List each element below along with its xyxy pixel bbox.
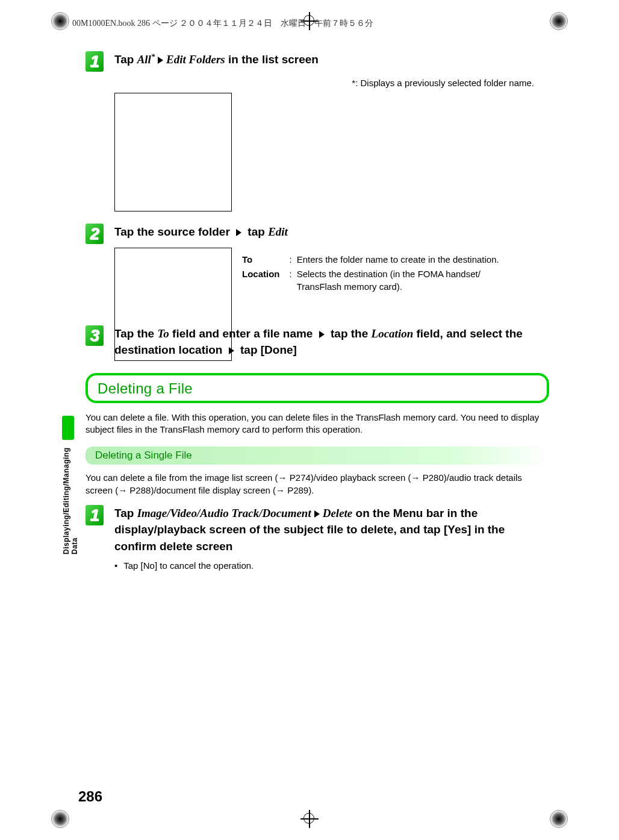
triangle-icon — [314, 510, 320, 518]
screenshot-placeholder — [114, 93, 232, 212]
step-text: Tap the To field and enter a file name t… — [114, 325, 549, 359]
def-colon: : — [290, 254, 296, 267]
step-text: Tap All*Edit Folders in the list screen — [114, 51, 549, 68]
step-text: Tap Image/Video/Audio Track/DocumentDele… — [114, 505, 549, 555]
footnote: *: Displays a previously selected folder… — [86, 78, 534, 88]
crop-cross-icon — [300, 810, 319, 828]
step-badge: 3 — [86, 325, 104, 346]
step-1: 1 Tap All*Edit Folders in the list scree… — [86, 51, 549, 72]
bullet-note: Tap [No] to cancel the operation. — [114, 560, 549, 571]
step-badge: 2 — [86, 224, 104, 244]
triangle-icon — [158, 57, 163, 64]
def-value: Selects the destination (in the FOMA han… — [297, 268, 499, 294]
page-number: 286 — [78, 788, 102, 805]
crop-mark-icon — [51, 12, 69, 30]
crop-mark-icon — [550, 810, 568, 828]
section-title: Deleting a File — [86, 373, 549, 403]
step-text: Tap the source folder tap Edit — [114, 224, 549, 240]
step-2: 2 Tap the source folder tap Edit — [86, 224, 549, 244]
section-intro: You can delete a file. With this operati… — [86, 412, 549, 436]
def-colon: : — [290, 268, 296, 294]
step-badge: 1 — [86, 51, 104, 72]
side-tab-label: Displaying/Editing/Managing Data — [62, 442, 79, 554]
step-badge: 1 — [86, 505, 104, 525]
crop-mark-icon — [51, 810, 69, 828]
crop-mark-icon — [550, 12, 568, 30]
step-3: 3 Tap the To field and enter a file name… — [86, 325, 549, 359]
page-content: 1 Tap All*Edit Folders in the list scree… — [86, 51, 549, 571]
triangle-icon — [236, 229, 241, 236]
side-tab-color-icon — [62, 416, 74, 440]
definition-list: To : Enters the folder name to create in… — [241, 252, 549, 295]
def-key: To — [242, 254, 288, 267]
print-header: 00M1000EN.book 286 ページ ２００４年１１月２４日 水曜日 午… — [72, 18, 373, 29]
def-key: Location — [242, 268, 288, 294]
subsection-title: Deleting a Single File — [86, 447, 549, 465]
subsection-intro: You can delete a file from the image lis… — [86, 472, 549, 497]
step-b1: 1 Tap Image/Video/Audio Track/DocumentDe… — [86, 505, 549, 555]
side-tab: Displaying/Editing/Managing Data — [62, 416, 74, 530]
def-value: Enters the folder name to create in the … — [297, 254, 499, 267]
